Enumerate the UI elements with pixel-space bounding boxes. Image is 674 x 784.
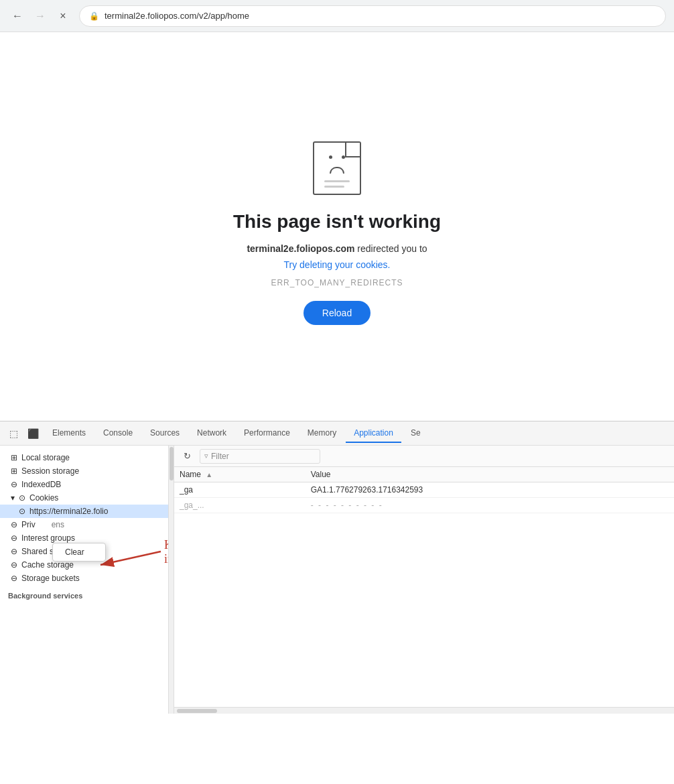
devtools-panel: ⬚ ⬛ Elements Console Sources Network Per… bbox=[0, 421, 674, 714]
cookies-table: Name ▲ Value _ga GA1.1.776279263.1716342… bbox=[174, 467, 674, 513]
sidebar-item-label: Cookies bbox=[29, 493, 58, 503]
error-description: terminal2e.foliopos.com redirected you t… bbox=[247, 243, 427, 254]
error-title: This page isn't working bbox=[233, 211, 441, 233]
devtools-toolbar: ↻ ▿ Filter bbox=[174, 446, 674, 467]
sidebar-item-cookies-parent[interactable]: ▾ ⊙ Cookies bbox=[0, 491, 174, 505]
col-name[interactable]: Name ▲ bbox=[174, 467, 306, 482]
tab-console[interactable]: Console bbox=[95, 424, 141, 443]
sad-page-icon bbox=[313, 141, 361, 195]
devtools-tabs: ⬚ ⬛ Elements Console Sources Network Per… bbox=[0, 421, 674, 446]
horizontal-scrollbar-thumb bbox=[177, 709, 217, 713]
devtools-body: ⊞ Local storage ⊞ Session storage ⊖ Inde… bbox=[0, 446, 674, 714]
devtools-sidebar: ⊞ Local storage ⊞ Session storage ⊖ Inde… bbox=[0, 446, 174, 714]
sidebar-item-cookies-host[interactable]: ⊙ https://terminal2e.folio bbox=[0, 505, 174, 518]
sidebar-item-session-storage[interactable]: ⊞ Session storage bbox=[0, 464, 174, 478]
sidebar-item-label: Storage buckets bbox=[21, 574, 80, 583]
tab-application[interactable]: Application bbox=[346, 424, 401, 443]
cookies-icon: ⊙ bbox=[19, 493, 25, 503]
cookies-table-container: Name ▲ Value _ga GA1.1.776279263.1716342… bbox=[174, 467, 674, 707]
context-menu: Clear bbox=[52, 543, 106, 562]
browser-chrome: ← → × 🔒 terminal2e.foliopos.com/v2/app/h… bbox=[0, 0, 674, 32]
sidebar-item-label: Session storage bbox=[21, 466, 79, 476]
private-icon: ⊖ bbox=[11, 520, 17, 529]
local-storage-icon: ⊞ bbox=[11, 453, 17, 462]
sidebar-item-indexeddb[interactable]: ⊖ IndexedDB bbox=[0, 478, 174, 491]
sidebar-item-label: https://terminal2e.folio bbox=[29, 507, 108, 516]
sidebar-item-local-storage[interactable]: ⊞ Local storage bbox=[0, 451, 174, 464]
session-storage-icon: ⊞ bbox=[11, 466, 17, 476]
cache-storage-icon: ⊖ bbox=[11, 560, 17, 570]
cookies-expand-icon: ▾ bbox=[11, 493, 15, 503]
filter-icon: ▿ bbox=[204, 452, 208, 460]
close-button[interactable]: × bbox=[54, 7, 72, 25]
sidebar-item-label: Interest groups bbox=[21, 533, 75, 543]
address-bar[interactable]: 🔒 terminal2e.foliopos.com/v2/app/home bbox=[79, 5, 666, 27]
tab-elements[interactable]: Elements bbox=[44, 424, 94, 443]
sidebar-item-label: Priv bbox=[21, 520, 36, 529]
filter-input-container: ▿ Filter bbox=[200, 449, 320, 464]
interest-groups-icon: ⊖ bbox=[11, 533, 17, 543]
sidebar-item-private[interactable]: ⊖ Priv ens bbox=[0, 518, 174, 531]
horizontal-scrollbar[interactable] bbox=[174, 707, 674, 714]
devtools-main: ↻ ▿ Filter Name ▲ bbox=[174, 446, 674, 714]
filter-placeholder: Filter bbox=[211, 452, 229, 461]
shared-storage-icon: ⊖ bbox=[11, 547, 17, 556]
cookie-name: _ga bbox=[174, 482, 306, 498]
reload-button[interactable]: Reload bbox=[304, 301, 370, 325]
cookies-host-icon: ⊙ bbox=[19, 507, 25, 516]
tab-memory[interactable]: Memory bbox=[299, 424, 344, 443]
tab-performance[interactable]: Performance bbox=[236, 424, 298, 443]
sidebar-item-label-2: ens bbox=[52, 520, 64, 529]
sidebar-item-label: Cache storage bbox=[21, 560, 74, 570]
sort-arrow: ▲ bbox=[206, 471, 212, 478]
try-deleting-cookies-link[interactable]: Try deleting your cookies. bbox=[284, 259, 391, 270]
tab-se[interactable]: Se bbox=[403, 424, 429, 443]
table-row[interactable]: _ga GA1.1.776279263.1716342593 bbox=[174, 482, 674, 498]
error-code: ERR_TOO_MANY_REDIRECTS bbox=[271, 278, 403, 287]
background-services-label: Background services bbox=[0, 585, 174, 602]
indexeddb-icon: ⊖ bbox=[11, 480, 17, 489]
table-row-2[interactable]: _ga_... - - - - - - - - - - bbox=[174, 498, 674, 513]
back-button[interactable]: ← bbox=[8, 7, 27, 25]
sidebar-item-label: Local storage bbox=[21, 453, 70, 462]
context-menu-clear[interactable]: Clear bbox=[53, 543, 105, 561]
tab-network[interactable]: Network bbox=[189, 424, 234, 443]
page-content: This page isn't working terminal2e.folio… bbox=[0, 32, 674, 421]
forward-button[interactable]: → bbox=[31, 7, 50, 25]
devtools-inspect-icon[interactable]: ⬚ bbox=[5, 424, 22, 443]
cookie-value-2: - - - - - - - - - - bbox=[306, 498, 674, 513]
url-text: terminal2e.foliopos.com/v2/app/home bbox=[105, 11, 249, 21]
nav-buttons: ← → × bbox=[8, 7, 72, 25]
storage-buckets-icon: ⊖ bbox=[11, 574, 17, 583]
sidebar-item-label: IndexedDB bbox=[21, 480, 61, 489]
tab-sources[interactable]: Sources bbox=[142, 424, 188, 443]
refresh-button[interactable]: ↻ bbox=[180, 449, 194, 464]
col-value[interactable]: Value bbox=[306, 467, 674, 482]
sidebar-item-storage-buckets[interactable]: ⊖ Storage buckets bbox=[0, 572, 174, 585]
sidebar-scrollbar[interactable] bbox=[168, 446, 174, 714]
sidebar-scrollbar-thumb bbox=[170, 447, 174, 480]
cookie-value: GA1.1.776279263.1716342593 bbox=[306, 482, 674, 498]
cookie-name-2: _ga_... bbox=[174, 498, 306, 513]
lock-icon: 🔒 bbox=[89, 11, 99, 21]
devtools-console-icon[interactable]: ⬛ bbox=[23, 424, 43, 443]
